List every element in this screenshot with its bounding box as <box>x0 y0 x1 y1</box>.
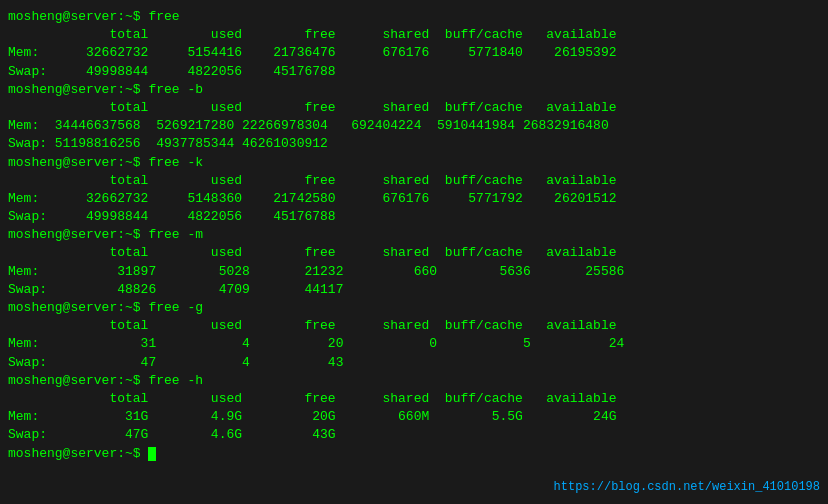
header-line: total used free shared buff/cache availa… <box>8 317 820 335</box>
data-line: Swap: 49998844 4822056 45176788 <box>8 208 820 226</box>
header-line: total used free shared buff/cache availa… <box>8 26 820 44</box>
prompt-line: mosheng@server:~$ free -b <box>8 81 820 99</box>
terminal: mosheng@server:~$ free total used free s… <box>8 8 820 463</box>
data-line: Swap: 49998844 4822056 45176788 <box>8 63 820 81</box>
data-line: Mem: 31G 4.9G 20G 660M 5.5G 24G <box>8 408 820 426</box>
data-line: Swap: 48826 4709 44117 <box>8 281 820 299</box>
header-line: total used free shared buff/cache availa… <box>8 172 820 190</box>
watermark: https://blog.csdn.net/weixin_41010198 <box>554 479 820 496</box>
prompt-line: mosheng@server:~$ free -h <box>8 372 820 390</box>
data-line: Mem: 32662732 5154416 21736476 676176 57… <box>8 44 820 62</box>
data-line: Mem: 34446637568 5269217280 22266978304 … <box>8 117 820 135</box>
data-line: Mem: 31897 5028 21232 660 5636 25586 <box>8 263 820 281</box>
data-line: Swap: 51198816256 4937785344 46261030912 <box>8 135 820 153</box>
prompt-cursor-line: mosheng@server:~$ <box>8 445 820 463</box>
prompt-line: mosheng@server:~$ free -m <box>8 226 820 244</box>
data-line: Swap: 47 4 43 <box>8 354 820 372</box>
prompt-line: mosheng@server:~$ free <box>8 8 820 26</box>
header-line: total used free shared buff/cache availa… <box>8 244 820 262</box>
header-line: total used free shared buff/cache availa… <box>8 390 820 408</box>
data-line: Swap: 47G 4.6G 43G <box>8 426 820 444</box>
header-line: total used free shared buff/cache availa… <box>8 99 820 117</box>
prompt-line: mosheng@server:~$ free -g <box>8 299 820 317</box>
cursor <box>148 447 156 461</box>
data-line: Mem: 31 4 20 0 5 24 <box>8 335 820 353</box>
data-line: Mem: 32662732 5148360 21742580 676176 57… <box>8 190 820 208</box>
prompt-line: mosheng@server:~$ free -k <box>8 154 820 172</box>
